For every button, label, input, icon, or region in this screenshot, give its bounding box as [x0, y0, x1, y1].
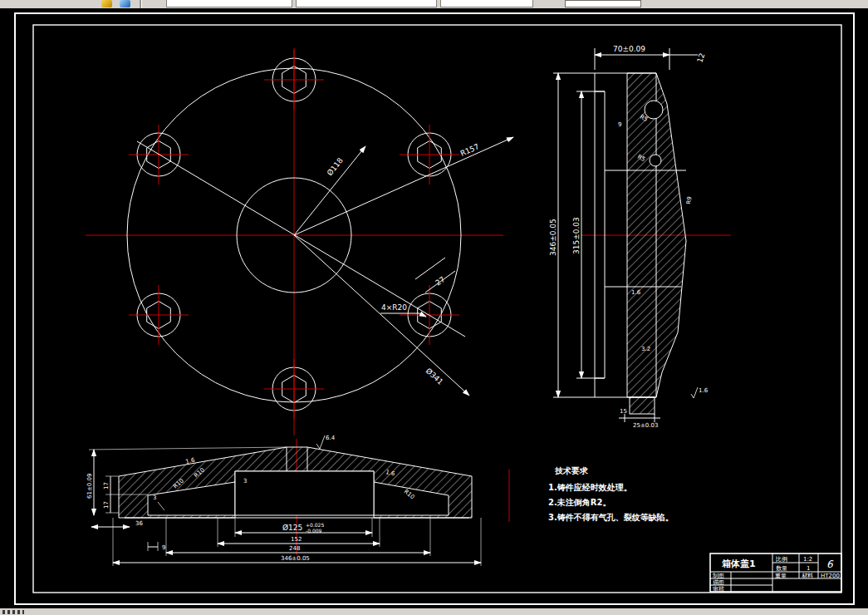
dim-ra-low: 3.2: [641, 346, 650, 352]
dim-section-height: 61±0.09: [86, 474, 93, 499]
color-control-field[interactable]: [296, 0, 437, 7]
dim-ra-mid: 1.6: [631, 289, 641, 296]
tech-req-item-1: 1.铸件应经时效处理。: [548, 483, 632, 492]
dim-slope-radius: R9: [685, 196, 693, 205]
tech-req-item-2: 2.未注倒角R2。: [548, 498, 611, 507]
status-bar: [0, 608, 868, 615]
layer-control-field[interactable]: [166, 0, 292, 7]
dim-ra-bottom: 1.6: [699, 387, 709, 394]
dim-surface-finish: 6.4: [326, 435, 336, 441]
title-material-label: 材料: [802, 573, 813, 579]
dim-width-248: 248: [289, 545, 300, 552]
dim-bore-tol-up: +0.025: [306, 522, 324, 528]
toolbar-layer-icon[interactable]: [120, 0, 130, 7]
cad-application-window: Ø118 R157 Ø341 4×R20 27: [0, 0, 868, 615]
dim-wall-b: 3: [243, 478, 247, 485]
toolbar-pencil-icon[interactable]: [101, 0, 112, 7]
dim-width-152: 152: [291, 536, 302, 543]
title-row-draw: 制图: [712, 573, 724, 579]
dim-hole-depth: 9: [618, 121, 621, 128]
dim-offset-36: 36: [135, 520, 143, 527]
dim-recess-height: 315±0.03: [572, 217, 581, 254]
tech-req-title: 技术要求: [554, 466, 588, 475]
tech-req-item-3: 3.铸件不得有气孔、裂纹等缺陷。: [548, 513, 674, 522]
lineweight-dropdown[interactable]: [565, 0, 641, 7]
title-weight-label: 重量: [775, 573, 787, 579]
drawing-canvas[interactable]: Ø118 R157 Ø341 4×R20 27: [0, 0, 868, 615]
toolbar: [0, 0, 868, 8]
linetype-control-field[interactable]: [440, 0, 533, 7]
toolbar-separator: [140, 0, 142, 8]
title-qty-label: 数量: [776, 565, 787, 572]
dim-overall-height: 346±0.05: [549, 219, 557, 256]
dim-foot-9: 9: [162, 544, 165, 551]
title-material-value: HT200: [821, 573, 840, 579]
dim-step-b: 17: [103, 501, 110, 509]
title-scale-label: 比例: [776, 556, 787, 563]
title-row-trace: 描图: [713, 579, 724, 586]
status-glyphs: [2, 610, 24, 614]
title-scale-value: 1:2: [803, 556, 812, 563]
title-part-name: 箱体盖1: [722, 558, 756, 569]
dim-step-a: 17: [103, 482, 110, 490]
title-row-check: 审核: [713, 586, 724, 593]
dim-top-width: 70±0.09: [613, 45, 645, 53]
dim-foot-width: 25±0.03: [633, 422, 658, 429]
dim-foot-height: 15: [620, 408, 627, 415]
dim-wall-a: 3: [153, 494, 156, 501]
dim-overall-width: 346±0.05: [281, 555, 310, 562]
dim-bore-main: Ø125: [282, 524, 302, 532]
title-qty-value: 1: [807, 565, 810, 572]
dim-bore-tol-dn: -0.009: [306, 528, 322, 534]
dim-boss-radius-note: 4×R20: [381, 303, 407, 312]
